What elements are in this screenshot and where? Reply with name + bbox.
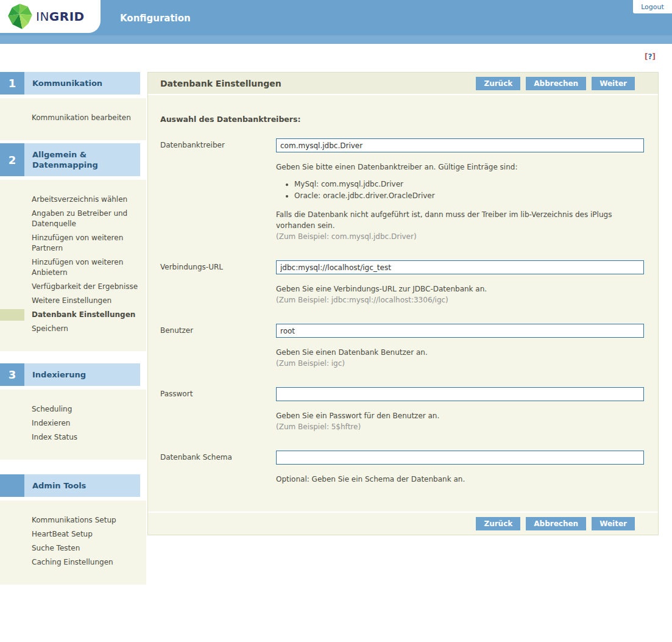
sidebar-menu-indexierung: Scheduling Indexieren Index Status xyxy=(0,390,146,460)
ingrid-gem-icon xyxy=(6,3,34,30)
form-section-heading: Auswahl des Datenbanktreibers: xyxy=(160,115,644,124)
section-number-1: 1 xyxy=(0,72,24,95)
back-button-top[interactable]: Zurück xyxy=(476,77,520,90)
datenbanktreiber-label: Datenbanktreiber xyxy=(160,138,276,242)
ingrid-logo[interactable]: INGRID xyxy=(0,0,101,33)
sidebar-item-weitere-einstellungen[interactable]: Weitere Einstellungen xyxy=(0,296,146,306)
verbindungs-url-example: (Zum Beispiel: jdbc:mysql://localhost:33… xyxy=(276,294,644,305)
sidebar-item-scheduling[interactable]: Scheduling xyxy=(0,404,146,415)
driver-options-list: MySql: com.mysql.jdbc.Driver Oracle: ora… xyxy=(294,179,644,202)
datenbanktreiber-input[interactable] xyxy=(276,138,644,152)
logout-button[interactable]: Logout xyxy=(633,0,672,13)
app-header: INGRID Konfiguration Logout xyxy=(0,0,672,44)
sidebar-item-arbeitsverzeichnis[interactable]: Arbeitsverzeichnis wählen xyxy=(0,194,146,205)
field-row-datenbank-schema: Datenbank Schema Optional: Geben Sie ein… xyxy=(160,451,644,485)
sidebar-item-weitere-anbieter[interactable]: Hinzufügen von weiteren Anbietern xyxy=(0,257,146,278)
sidebar-item-kommunikation-bearbeiten[interactable]: Kommunikation bearbeiten xyxy=(0,113,146,123)
driver-option-mysql: MySql: com.mysql.jdbc.Driver xyxy=(294,179,644,190)
benutzer-input[interactable] xyxy=(276,324,644,338)
sidebar-menu-kommunikation: Kommunikation bearbeiten xyxy=(0,98,146,140)
passwort-label: Passwort xyxy=(160,387,276,432)
panel-titlebar: Datenbank Einstellungen Zurück Abbrechen… xyxy=(148,73,658,95)
datenbank-schema-input[interactable] xyxy=(276,451,644,465)
sidebar-item-angaben-betreiber[interactable]: Angaben zu Betreiber und Datenquelle xyxy=(0,209,146,229)
cancel-button-top[interactable]: Abbrechen xyxy=(526,77,586,90)
section-title-admin-tools: Admin Tools xyxy=(24,474,140,497)
field-row-verbindungs-url: Verbindungs-URL Geben Sie eine Verbindun… xyxy=(160,260,644,305)
sidebar-item-speichern[interactable]: Speichern xyxy=(0,324,146,334)
datenbanktreiber-example: (Zum Beispiel: com.mysql.jdbc.Driver) xyxy=(276,231,644,242)
field-row-datenbanktreiber: Datenbanktreiber Geben Sie bitte einen D… xyxy=(160,138,644,242)
datenbank-schema-label: Datenbank Schema xyxy=(160,451,276,485)
sidebar-item-datenbank-einstellungen[interactable]: Datenbank Einstellungen xyxy=(0,310,146,320)
sidebar-item-heartbeat-setup[interactable]: HeartBeat Setup xyxy=(0,529,146,540)
field-row-passwort: Passwort Geben Sie ein Passwort für den … xyxy=(160,387,644,432)
sidebar-item-caching-einstellungen[interactable]: Caching Einstellungen xyxy=(0,557,146,568)
datenbank-schema-help: Optional: Geben Sie ein Schema der Daten… xyxy=(276,474,644,485)
passwort-input[interactable] xyxy=(276,387,644,401)
section-number-3: 3 xyxy=(0,363,24,386)
panel-body: Auswahl des Datenbanktreibers: Datenbank… xyxy=(148,95,658,512)
sidebar-section-kommunikation: 1 Kommunikation xyxy=(0,72,140,95)
verbindungs-url-input[interactable] xyxy=(276,260,644,274)
section-number-2: 2 xyxy=(0,143,24,176)
bottom-button-row: Zurück Abbrechen Weiter xyxy=(476,517,635,530)
benutzer-help: Geben Sie einen Datenbank Benutzer an. xyxy=(276,347,644,358)
sidebar-item-verfuegbarkeit[interactable]: Verfügbarkeit der Ergebnisse xyxy=(0,282,146,292)
next-button-top[interactable]: Weiter xyxy=(592,77,635,90)
sidebar-section-allgemein: 2 Allgemein & Datenmapping xyxy=(0,143,140,176)
main-panel: Datenbank Einstellungen Zurück Abbrechen… xyxy=(147,72,659,535)
help-row: [?] xyxy=(0,44,672,72)
sidebar-menu-admin-tools: Kommunikations Setup HeartBeat Setup Suc… xyxy=(0,501,146,585)
page-title: Konfiguration xyxy=(120,13,191,24)
sidebar-nav: 1 Kommunikation Kommunikation bearbeiten… xyxy=(0,72,146,588)
section-number-admin xyxy=(0,474,24,497)
benutzer-label: Benutzer xyxy=(160,324,276,369)
driver-option-oracle: Oracle: oracle.jdbc.driver.OracleDriver xyxy=(294,190,644,202)
sidebar-item-kommunikations-setup[interactable]: Kommunikations Setup xyxy=(0,515,146,526)
field-row-benutzer: Benutzer Geben Sie einen Datenbank Benut… xyxy=(160,324,644,369)
back-button-bottom[interactable]: Zurück xyxy=(476,517,520,530)
panel-footer: Zurück Abbrechen Weiter xyxy=(148,512,658,535)
passwort-help: Geben Sie ein Passwort für den Benutzer … xyxy=(276,410,644,421)
section-title-allgemein: Allgemein & Datenmapping xyxy=(24,143,140,176)
sidebar-item-indexieren[interactable]: Indexieren xyxy=(0,418,146,429)
top-button-row: Zurück Abbrechen Weiter xyxy=(476,77,635,90)
benutzer-example: (Zum Beispiel: igc) xyxy=(276,358,644,369)
sidebar-item-index-status[interactable]: Index Status xyxy=(0,432,146,443)
panel-title: Datenbank Einstellungen xyxy=(160,79,281,88)
section-title-indexierung: Indexierung xyxy=(24,363,140,386)
datenbanktreiber-help: Geben Sie bitte einen Datenbanktreiber a… xyxy=(276,162,644,173)
datenbanktreiber-note: Falls die Datenbank nicht aufgeführt ist… xyxy=(276,209,644,231)
verbindungs-url-label: Verbindungs-URL xyxy=(160,260,276,305)
verbindungs-url-help: Geben Sie eine Verbindungs-URL zur JDBC-… xyxy=(276,284,644,294)
sidebar-section-indexierung: 3 Indexierung xyxy=(0,363,140,386)
passwort-example: (Zum Beispiel: 5$hftre) xyxy=(276,421,644,432)
sidebar-item-weitere-partner[interactable]: Hinzufügen von weiteren Partnern xyxy=(0,233,146,254)
cancel-button-bottom[interactable]: Abbrechen xyxy=(526,517,586,530)
help-link[interactable]: [?] xyxy=(645,52,656,61)
section-title-kommunikation: Kommunikation xyxy=(24,72,140,95)
next-button-bottom[interactable]: Weiter xyxy=(592,517,635,530)
sidebar-item-suche-testen[interactable]: Suche Testen xyxy=(0,543,146,554)
brand-name: INGRID xyxy=(36,9,85,24)
sidebar-section-admin-tools: Admin Tools xyxy=(0,474,140,497)
sidebar-menu-allgemein: Arbeitsverzeichnis wählen Angaben zu Bet… xyxy=(0,180,146,351)
